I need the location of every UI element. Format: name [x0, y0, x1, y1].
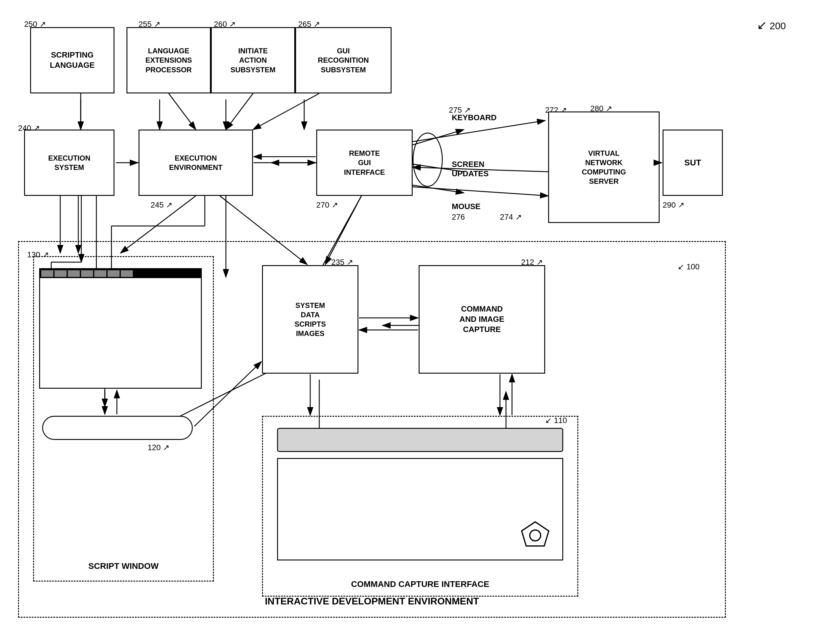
- ref-290: 290 ↗: [663, 201, 685, 210]
- svg-line-32: [169, 93, 196, 130]
- ref-276: 276: [452, 212, 465, 222]
- svg-line-33: [226, 93, 253, 130]
- ref-212: 212 ↗: [521, 258, 543, 267]
- box-sut: SUT: [663, 130, 723, 196]
- svg-point-29: [530, 530, 540, 541]
- box-execution-environment: EXECUTIONENVIRONMENT: [138, 130, 253, 196]
- ref-255: 255 ↗: [138, 20, 161, 29]
- box-gui-recognition: GUIRECOGNITIONSUBSYSTEM: [295, 27, 392, 93]
- script-input-field: [42, 416, 193, 440]
- ref-265: 265 ↗: [298, 20, 320, 29]
- ref-235: 235 ↗: [331, 258, 353, 267]
- window-titlebar: [40, 269, 201, 278]
- ref-270: 270 ↗: [316, 201, 338, 210]
- svg-line-34: [253, 93, 319, 130]
- command-bar: [277, 428, 563, 452]
- label-screen-updates: SCREENUPDATES: [452, 160, 488, 178]
- ref-200: ↙ 200: [757, 18, 786, 32]
- ref-120: 120 ↗: [148, 443, 169, 452]
- svg-marker-28: [522, 522, 549, 546]
- loop-arrow: [413, 132, 443, 187]
- inner-window: [39, 268, 202, 389]
- box-remote-gui: REMOTEGUIINTERFACE: [316, 130, 413, 196]
- ref-280: 280 ↗: [590, 104, 612, 113]
- ref-250: 250 ↗: [24, 20, 46, 29]
- ref-274: 274 ↗: [500, 212, 522, 222]
- ref-245: 245 ↗: [151, 201, 173, 210]
- box-scripting-language: SCRIPTING LANGUAGE: [30, 27, 114, 93]
- box-language-extensions: LANGUAGEEXTENSIONSPROCESSOR: [127, 27, 211, 93]
- label-mouse: MOUSE: [452, 202, 480, 211]
- ref-110: ↙ 110: [545, 416, 567, 425]
- ref-275: 275 ↗: [449, 106, 471, 115]
- diagram: ↙ 200 SCRIPTING LANGUAGE 250 ↗ LANGUAGEE…: [0, 0, 840, 643]
- camera-icon: [520, 521, 550, 550]
- box-system-data: SYSTEMDATASCRIPTSIMAGES: [262, 265, 358, 374]
- ref-240: 240 ↗: [18, 124, 40, 133]
- ref-260: 260 ↗: [214, 20, 236, 29]
- svg-line-39: [413, 187, 548, 196]
- box-initiate-action: INITIATEACTIONSUBSYSTEM: [211, 27, 295, 93]
- svg-line-12: [404, 184, 464, 193]
- box-virtual-network: VIRTUALNETWORKCOMPUTINGSERVER: [548, 111, 659, 223]
- box-command-image-capture: COMMANDAND IMAGECAPTURE: [418, 265, 545, 374]
- box-execution-system: EXECUTIONSYSTEM: [24, 130, 114, 196]
- command-area: [277, 458, 563, 560]
- window-content: [40, 278, 201, 388]
